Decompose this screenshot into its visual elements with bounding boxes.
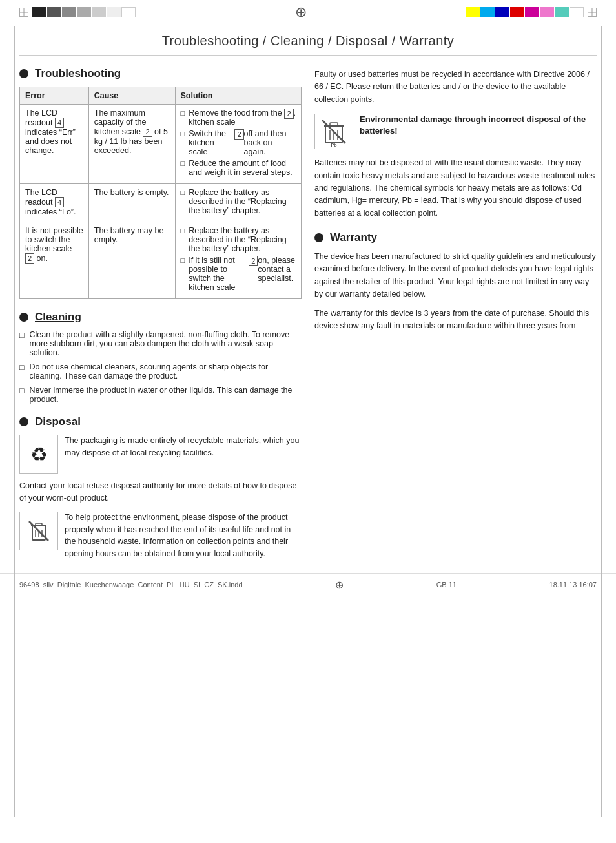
table-row-error: The LCD readout 4 indicates “Lo”. (20, 184, 89, 222)
table-row-solution: Remove the food from the kitchen scale 2… (175, 105, 301, 184)
page-border-right (601, 26, 602, 817)
section-bullet-cleaning (19, 313, 28, 322)
color-strip-left (32, 7, 136, 17)
cleaning-list: Clean the product with a slightly dampen… (19, 330, 302, 404)
warranty-para2: The warranty for this device is 3 years … (314, 307, 597, 333)
crosshair-center: ⊕ (295, 4, 307, 21)
section-bullet (19, 69, 28, 78)
section-bullet-disposal (19, 417, 28, 426)
table-row-cause: The battery may be empty. (88, 222, 175, 299)
env-warning-icon: Pb (319, 117, 349, 147)
section-disposal-title: Disposal (35, 415, 81, 428)
disposal-para1: Contact your local refuse disposal autho… (19, 480, 302, 505)
col-header-error: Error (20, 87, 89, 105)
color-block (480, 7, 495, 17)
crosshair-bottom: ⊕ (335, 579, 344, 591)
color-block (107, 7, 121, 17)
section-warranty-title: Warranty (330, 231, 377, 244)
color-block (466, 7, 480, 17)
solution-item: If it is still not possible to switch th… (181, 256, 296, 292)
color-block (62, 7, 76, 17)
section-warranty: Warranty (314, 231, 597, 244)
list-item: Do not use chemical cleaners, scouring a… (19, 362, 302, 380)
color-block (555, 7, 569, 17)
section-bullet-warranty (314, 233, 323, 242)
eco-icon-box (19, 512, 58, 550)
color-block (510, 7, 524, 17)
col-header-cause: Cause (88, 87, 175, 105)
table-row-cause: The maximum capacity of the kitchen scal… (88, 105, 175, 184)
list-item: Clean the product with a slightly dampen… (19, 330, 302, 357)
table-row-cause: The battery is empty. (88, 184, 175, 222)
page-border-left (14, 26, 15, 817)
section-troubleshooting: Troubleshooting (19, 67, 302, 80)
footer-right: 18.11.13 16:07 (549, 581, 597, 588)
warranty-para1: The device has been manufactured to stri… (314, 251, 597, 301)
solution-item: Replace the battery as described in the … (181, 188, 296, 215)
troubleshooting-table: Error Cause Solution The LCD readout 4 i… (19, 87, 302, 299)
color-block (525, 7, 539, 17)
table-row-error: It is not possible to switch the kitchen… (20, 222, 89, 299)
section-troubleshooting-title: Troubleshooting (35, 67, 121, 80)
solution-item: Remove the food from the kitchen scale 2… (181, 109, 296, 127)
color-block (32, 7, 46, 17)
right-column: Faulty or used batteries must be recycle… (314, 56, 597, 567)
env-warning-icon-box: Pb (314, 114, 353, 149)
env-intro-para: Faulty or used batteries must be recycle… (314, 68, 597, 106)
footer-left: 96498_silv_Digitale_Kuechenwaage_Content… (19, 581, 243, 588)
page-wrapper: ⊕ Troubleshooting / Cleaning / Disposal … (0, 0, 616, 843)
svg-rect-2 (36, 523, 42, 526)
color-strip-right (466, 7, 584, 17)
color-block (570, 7, 584, 17)
env-warning-para: Batteries may not be disposed of with th… (314, 157, 597, 220)
section-disposal: Disposal (19, 415, 302, 428)
eco-text: To help protect the environment, please … (65, 512, 302, 560)
table-row-error: The LCD readout 4 indicates “Err” and do… (20, 105, 89, 184)
page-title: Troubleshooting / Cleaning / Disposal / … (19, 22, 597, 56)
color-block (540, 7, 554, 17)
color-block (92, 7, 106, 17)
bottom-bar: 96498_silv_Digitale_Kuechenwaage_Content… (0, 573, 616, 596)
color-block (495, 7, 509, 17)
color-block (77, 7, 91, 17)
color-block (47, 7, 61, 17)
recycle-icon: ♻ (30, 443, 48, 466)
top-bar-section: ⊕ (0, 0, 616, 22)
env-warning-title: Environmental damage through incorrect d… (360, 114, 597, 137)
solution-item: Switch the kitchen scale 2 off and then … (181, 129, 296, 156)
page-number: GB 11 (436, 581, 457, 588)
table-row-solution: Replace the battery as described in the … (175, 222, 301, 299)
svg-rect-9 (330, 123, 338, 126)
table-row-solution: Replace the battery as described in the … (175, 184, 301, 222)
disposal-eco-row: To help protect the environment, please … (19, 512, 302, 560)
solution-item: Reduce the amount of food and weigh it i… (181, 159, 296, 177)
col-header-solution: Solution (175, 87, 301, 105)
solution-item: Replace the battery as described in the … (181, 226, 296, 253)
list-item: Never immerse the product in water or ot… (19, 386, 302, 404)
recycle-icon-box: ♻ (19, 435, 58, 474)
disposal-recycle-row: ♻ The packaging is made entirely of recy… (19, 435, 302, 474)
environmental-warning-box: Pb Environmental damage through incorrec… (314, 114, 597, 149)
section-cleaning-title: Cleaning (35, 311, 81, 324)
color-block (121, 7, 136, 17)
left-column: Troubleshooting Error Cause Solution The… (19, 56, 302, 567)
recycle-text: The packaging is made entirely of recycl… (65, 435, 302, 459)
main-content: Troubleshooting Error Cause Solution The… (0, 56, 616, 567)
svg-text:Pb: Pb (331, 143, 337, 147)
no-bin-icon (26, 518, 52, 544)
section-cleaning: Cleaning (19, 311, 302, 324)
